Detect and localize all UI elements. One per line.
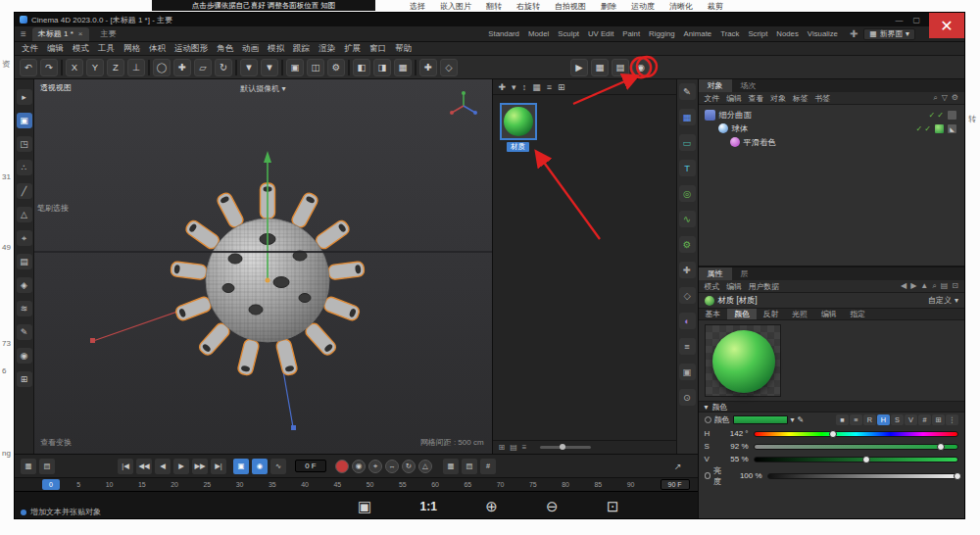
color-swatch[interactable] [733, 415, 788, 424]
object-filter-icon[interactable]: ⚙ [952, 93, 958, 103]
render-toolbar-icon[interactable]: ◉ [632, 59, 650, 76]
object-menu-item[interactable]: 文件 [705, 93, 720, 104]
mode-palette-icon[interactable]: ◈ [17, 277, 32, 293]
layout-tab[interactable]: Visualize [808, 29, 838, 38]
layout-tab[interactable]: Sculpt [558, 29, 579, 38]
object-create-icon[interactable]: ⚙ [679, 236, 696, 253]
mode-palette-icon[interactable]: ⊞ [17, 371, 32, 387]
hamburger-icon[interactable]: ≡ [19, 28, 28, 39]
material-toolbar-icon[interactable]: ▦ [532, 82, 541, 92]
color-mode-button[interactable]: S [891, 414, 904, 425]
material-channel-tab[interactable]: 基本 [699, 309, 728, 319]
menu-item[interactable]: 角色 [217, 43, 233, 55]
zoom-out-icon[interactable]: ⊖ [546, 498, 559, 515]
menu-item[interactable]: 模拟 [268, 43, 284, 55]
toolbar-icon[interactable]: ⚙ [327, 59, 345, 76]
toolbar-icon[interactable]: ✚ [419, 59, 437, 76]
document-tab[interactable]: 未标题 1 * × [32, 27, 89, 41]
record-button[interactable]: ↻ [402, 460, 416, 473]
toolbar-icon[interactable] [348, 60, 350, 75]
material-view-icon[interactable]: ⊞ [499, 443, 506, 452]
record-button[interactable]: ⌖ [368, 460, 382, 473]
mode-palette-icon[interactable]: ╱ [17, 183, 32, 199]
toolbar-icon[interactable]: ▼ [261, 59, 278, 76]
material-name[interactable]: 材质 [507, 142, 529, 152]
toolbar-icon[interactable]: Z [107, 59, 124, 76]
timeline-extra-icon[interactable]: # [480, 459, 496, 474]
mode-palette-icon[interactable]: ∴ [17, 160, 32, 175]
object-create-icon[interactable]: ◎ [679, 185, 696, 202]
virus-model[interactable] [52, 94, 483, 454]
material-view-icon[interactable]: ≡ [522, 443, 527, 452]
object-create-icon[interactable]: ◐ [679, 313, 696, 329]
transport-button[interactable]: |◀ [118, 459, 133, 474]
object-menu-item[interactable]: 查看 [749, 93, 764, 104]
layout-tab[interactable]: UV Edit [588, 29, 613, 38]
object-create-icon[interactable]: ≡ [679, 338, 696, 355]
toolbar-icon[interactable] [61, 60, 63, 75]
toolbar-icon[interactable] [235, 60, 237, 75]
hue-slider[interactable] [754, 431, 958, 437]
menu-item[interactable]: 体积 [149, 43, 166, 55]
render-toolbar-icon[interactable]: ▶ [570, 59, 588, 76]
menu-item[interactable]: 窗口 [369, 43, 386, 55]
transport-button[interactable]: ▶▶ [192, 459, 208, 474]
layout-tab[interactable]: Paint [622, 29, 640, 38]
attribute-menu-item[interactable]: 用户数据 [749, 281, 779, 292]
object-create-icon[interactable]: ∿ [679, 211, 696, 227]
toolbar-icon[interactable]: X [66, 59, 83, 76]
layout-preset-dropdown[interactable]: ▦ 新界面 ▾ [863, 28, 915, 40]
close-button[interactable]: ✕ [929, 13, 964, 38]
layout-tab[interactable]: Standard [488, 29, 519, 38]
playhead-scrubber[interactable]: 0 [42, 479, 60, 490]
menu-item[interactable]: 工具 [98, 43, 115, 55]
tag-icon[interactable] [948, 111, 956, 120]
color-mode-button[interactable]: # [918, 414, 931, 425]
object-menu-item[interactable]: 编辑 [726, 93, 742, 104]
mode-palette-icon[interactable]: ◳ [17, 136, 32, 152]
render-toolbar-icon[interactable]: ▦ [591, 59, 609, 76]
transport-button[interactable]: ◀ [155, 459, 171, 474]
toolbar-icon[interactable] [415, 60, 416, 75]
tab-close-icon[interactable]: × [78, 29, 83, 38]
material-thumbnail[interactable] [500, 103, 537, 140]
value-value[interactable]: 55 % [719, 455, 749, 463]
menu-item[interactable]: 渲染 [318, 43, 335, 55]
current-frame-field[interactable]: 0 F [295, 460, 326, 472]
toolbar-icon[interactable]: ▱ [194, 59, 212, 76]
attribute-nav-icon[interactable]: ▶ [910, 281, 916, 291]
toolbar-icon[interactable] [281, 60, 283, 75]
attribute-nav-icon[interactable]: ⌕ [932, 281, 936, 291]
attribute-menu-item[interactable]: 编辑 [726, 281, 742, 292]
menu-item[interactable]: 扩展 [344, 43, 361, 55]
timeline-mode-icon[interactable]: ▦ [21, 459, 36, 474]
hue-value[interactable]: 142 ° [719, 429, 749, 438]
material-toolbar-icon[interactable]: ↕ [522, 82, 527, 92]
mode-palette-icon[interactable]: ▸ [17, 89, 32, 105]
object-filter-icon[interactable]: ▽ [942, 93, 948, 103]
color-mode-button[interactable]: ⊞ [932, 414, 945, 425]
object-create-icon[interactable]: T [679, 160, 696, 176]
menu-item[interactable]: 模式 [73, 43, 89, 55]
layout-tab[interactable]: Model [528, 29, 549, 38]
add-layout-icon[interactable]: ✚ [848, 28, 859, 39]
object-create-icon[interactable]: ✚ [679, 262, 696, 278]
toolbar-icon[interactable]: ◫ [307, 59, 324, 76]
color-mode-button[interactable]: ⋮ [946, 414, 958, 425]
mode-palette-icon[interactable]: ✎ [17, 324, 32, 340]
value-slider[interactable] [754, 457, 958, 462]
color-mode-button[interactable]: R [863, 414, 876, 425]
material-channel-tab[interactable]: 编辑 [814, 309, 844, 319]
object-create-icon[interactable]: ✎ [679, 83, 696, 100]
host-toolbar-item[interactable]: 选择 [410, 1, 425, 12]
host-toolbar-item[interactable]: 清晰化 [669, 1, 693, 12]
material-channel-tab[interactable]: 光照 [785, 309, 814, 319]
material-toolbar-icon[interactable]: ≡ [547, 82, 552, 92]
menu-item[interactable]: 跟踪 [293, 43, 310, 55]
menu-item[interactable]: 动画 [242, 43, 259, 55]
object-menu-item[interactable]: 对象 [770, 93, 786, 104]
mode-palette-icon[interactable]: △ [17, 207, 32, 222]
menu-item[interactable]: 帮助 [395, 43, 412, 55]
host-toolbar-item[interactable]: 裁剪 [708, 1, 723, 12]
frame-region-icon[interactable]: ⊡ [607, 498, 619, 515]
